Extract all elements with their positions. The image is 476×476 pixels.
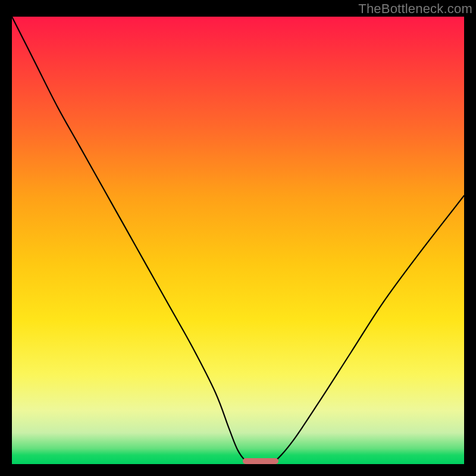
optimum-marker — [243, 458, 279, 464]
plot-area — [12, 17, 464, 464]
watermark-text: TheBottleneck.com — [358, 1, 472, 17]
bottleneck-curve — [12, 17, 464, 464]
curve-svg — [12, 17, 464, 464]
chart-frame: TheBottleneck.com — [0, 0, 476, 476]
